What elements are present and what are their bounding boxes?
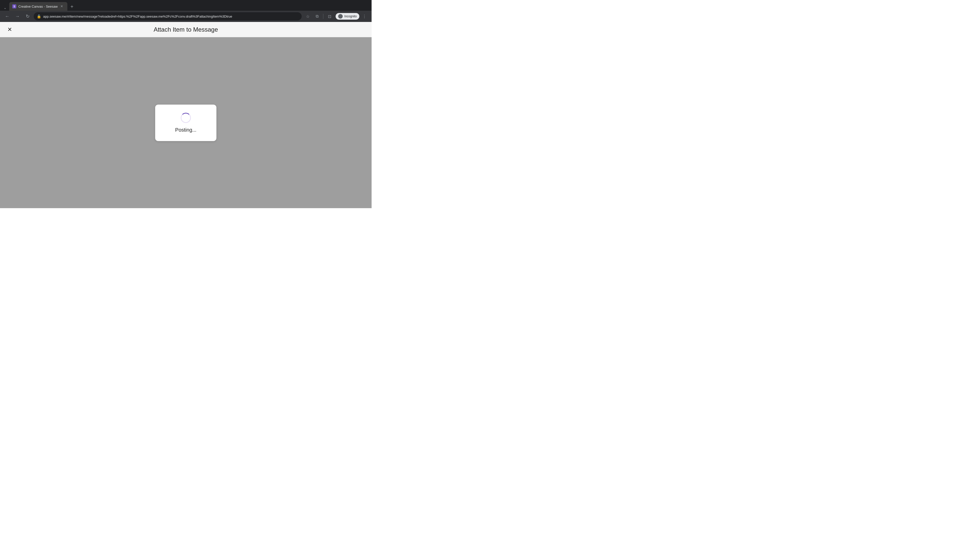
spinner-circle bbox=[181, 113, 191, 123]
browser-chrome: ⌄ S Creative Canvas - Seesaw × + ← → ↻ 🔒… bbox=[0, 0, 372, 22]
extensions-button[interactable]: ⧉ bbox=[313, 12, 321, 21]
profile-icon bbox=[338, 14, 343, 19]
tab-close-button[interactable]: × bbox=[59, 4, 64, 9]
address-bar-actions: ☆ ⧉ ⊡ Incognito ⋮ bbox=[304, 12, 369, 21]
new-tab-button[interactable]: + bbox=[68, 3, 76, 11]
tab-title: Creative Canvas - Seesaw bbox=[18, 5, 58, 8]
close-button[interactable]: ✕ bbox=[5, 25, 14, 34]
incognito-label: Incognito bbox=[344, 14, 357, 18]
forward-button[interactable]: → bbox=[13, 12, 21, 21]
tab-bar-left: ⌄ bbox=[0, 5, 9, 11]
tab-favicon: S bbox=[12, 4, 16, 8]
back-button[interactable]: ← bbox=[3, 12, 11, 21]
browser-menu-button[interactable]: ⋮ bbox=[360, 12, 369, 21]
url-text: app.seesaw.me/#/item/new/message?reloade… bbox=[43, 14, 299, 18]
incognito-profile[interactable]: Incognito bbox=[336, 13, 360, 20]
posting-text: Posting... bbox=[175, 127, 196, 133]
address-bar[interactable]: 🔒 app.seesaw.me/#/item/new/message?reloa… bbox=[34, 12, 302, 21]
split-view-button[interactable]: ⊡ bbox=[325, 12, 334, 21]
bookmark-button[interactable]: ☆ bbox=[304, 12, 312, 21]
tab-bar: ⌄ S Creative Canvas - Seesaw × + bbox=[0, 0, 372, 11]
tab-dropdown-button[interactable]: ⌄ bbox=[2, 5, 8, 11]
app-header: ✕ Attach Item to Message bbox=[0, 22, 372, 37]
profile-area: Incognito bbox=[336, 13, 360, 20]
loading-spinner bbox=[181, 113, 191, 123]
page-content: ✕ Attach Item to Message Posting... bbox=[0, 22, 372, 208]
address-bar-row: ← → ↻ 🔒 app.seesaw.me/#/item/new/message… bbox=[0, 11, 372, 22]
seesaw-favicon: S bbox=[12, 4, 16, 8]
reload-button[interactable]: ↻ bbox=[24, 12, 32, 21]
toolbar-divider bbox=[323, 14, 323, 19]
posting-dialog: Posting... bbox=[155, 105, 216, 141]
lock-icon: 🔒 bbox=[37, 14, 41, 18]
main-content: Posting... bbox=[0, 37, 372, 208]
page-title: Attach Item to Message bbox=[154, 26, 218, 33]
active-tab[interactable]: S Creative Canvas - Seesaw × bbox=[9, 2, 67, 11]
